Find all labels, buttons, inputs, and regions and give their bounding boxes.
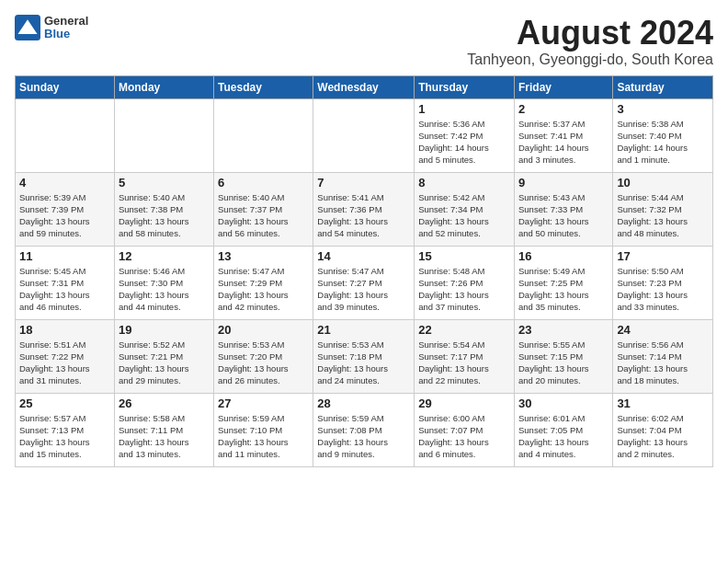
- day-number: 9: [518, 176, 609, 190]
- calendar-cell: 26Sunrise: 5:58 AM Sunset: 7:11 PM Dayli…: [114, 393, 213, 466]
- day-number: 24: [617, 323, 709, 337]
- day-number: 1: [418, 102, 510, 116]
- day-info: Sunrise: 5:38 AM Sunset: 7:40 PM Dayligh…: [617, 118, 709, 167]
- day-number: 19: [119, 323, 210, 337]
- calendar-week-row: 18Sunrise: 5:51 AM Sunset: 7:22 PM Dayli…: [16, 319, 713, 393]
- day-info: Sunrise: 5:50 AM Sunset: 7:23 PM Dayligh…: [617, 265, 709, 314]
- calendar-cell: [16, 98, 115, 172]
- calendar-cell: 20Sunrise: 5:53 AM Sunset: 7:20 PM Dayli…: [214, 319, 313, 393]
- day-number: 6: [218, 176, 309, 190]
- calendar-cell: 17Sunrise: 5:50 AM Sunset: 7:23 PM Dayli…: [613, 246, 713, 319]
- day-number: 11: [19, 249, 110, 263]
- day-number: 4: [19, 176, 110, 190]
- day-info: Sunrise: 5:47 AM Sunset: 7:29 PM Dayligh…: [218, 265, 309, 314]
- calendar-week-row: 4Sunrise: 5:39 AM Sunset: 7:39 PM Daylig…: [16, 172, 713, 246]
- day-number: 8: [418, 176, 510, 190]
- day-info: Sunrise: 5:47 AM Sunset: 7:27 PM Dayligh…: [317, 265, 410, 314]
- day-number: 21: [317, 323, 410, 337]
- title-block: August 2024 Tanhyeon, Gyeonggi-do, South…: [467, 15, 713, 68]
- day-number: 29: [418, 396, 510, 410]
- calendar-cell: 15Sunrise: 5:48 AM Sunset: 7:26 PM Dayli…: [415, 246, 515, 319]
- calendar-cell: 14Sunrise: 5:47 AM Sunset: 7:27 PM Dayli…: [313, 246, 415, 319]
- calendar-cell: 31Sunrise: 6:02 AM Sunset: 7:04 PM Dayli…: [613, 393, 713, 466]
- day-info: Sunrise: 5:43 AM Sunset: 7:33 PM Dayligh…: [518, 191, 609, 240]
- col-header-sunday: Sunday: [16, 75, 115, 98]
- day-info: Sunrise: 5:53 AM Sunset: 7:18 PM Dayligh…: [317, 339, 410, 387]
- col-header-thursday: Thursday: [415, 75, 515, 98]
- day-info: Sunrise: 5:44 AM Sunset: 7:32 PM Dayligh…: [617, 191, 709, 240]
- day-number: 15: [418, 249, 510, 263]
- day-info: Sunrise: 5:52 AM Sunset: 7:21 PM Dayligh…: [119, 339, 210, 387]
- day-number: 12: [119, 249, 210, 263]
- day-number: 2: [518, 102, 609, 116]
- day-number: 26: [119, 396, 210, 410]
- day-number: 10: [617, 176, 709, 190]
- day-info: Sunrise: 5:36 AM Sunset: 7:42 PM Dayligh…: [418, 118, 510, 167]
- day-info: Sunrise: 5:57 AM Sunset: 7:13 PM Dayligh…: [19, 412, 110, 461]
- calendar-cell: 2Sunrise: 5:37 AM Sunset: 7:41 PM Daylig…: [514, 98, 612, 172]
- calendar-cell: 28Sunrise: 5:59 AM Sunset: 7:08 PM Dayli…: [313, 393, 415, 466]
- col-header-tuesday: Tuesday: [214, 75, 313, 98]
- day-number: 20: [218, 323, 309, 337]
- calendar-cell: 3Sunrise: 5:38 AM Sunset: 7:40 PM Daylig…: [613, 98, 713, 172]
- day-info: Sunrise: 5:41 AM Sunset: 7:36 PM Dayligh…: [317, 191, 410, 240]
- day-info: Sunrise: 6:02 AM Sunset: 7:04 PM Dayligh…: [617, 412, 709, 461]
- day-info: Sunrise: 6:00 AM Sunset: 7:07 PM Dayligh…: [418, 412, 510, 461]
- calendar-cell: 30Sunrise: 6:01 AM Sunset: 7:05 PM Dayli…: [514, 393, 612, 466]
- day-number: 5: [119, 176, 210, 190]
- day-info: Sunrise: 5:39 AM Sunset: 7:39 PM Dayligh…: [19, 191, 110, 240]
- day-info: Sunrise: 5:46 AM Sunset: 7:30 PM Dayligh…: [119, 265, 210, 314]
- day-number: 30: [518, 396, 609, 410]
- day-info: Sunrise: 5:37 AM Sunset: 7:41 PM Dayligh…: [518, 118, 609, 167]
- logo-icon: [15, 15, 40, 40]
- day-info: Sunrise: 5:59 AM Sunset: 7:10 PM Dayligh…: [218, 412, 309, 461]
- day-number: 13: [218, 249, 309, 263]
- calendar-cell: [114, 98, 213, 172]
- calendar-cell: 23Sunrise: 5:55 AM Sunset: 7:15 PM Dayli…: [514, 319, 612, 393]
- calendar-cell: 5Sunrise: 5:40 AM Sunset: 7:38 PM Daylig…: [114, 172, 213, 246]
- calendar-cell: 10Sunrise: 5:44 AM Sunset: 7:32 PM Dayli…: [613, 172, 713, 246]
- day-number: 28: [317, 396, 410, 410]
- day-info: Sunrise: 5:49 AM Sunset: 7:25 PM Dayligh…: [518, 265, 609, 314]
- day-info: Sunrise: 5:40 AM Sunset: 7:38 PM Dayligh…: [119, 191, 210, 240]
- day-info: Sunrise: 5:55 AM Sunset: 7:15 PM Dayligh…: [518, 339, 609, 387]
- calendar-cell: 29Sunrise: 6:00 AM Sunset: 7:07 PM Dayli…: [415, 393, 515, 466]
- day-info: Sunrise: 5:58 AM Sunset: 7:11 PM Dayligh…: [119, 412, 210, 461]
- day-number: 22: [418, 323, 510, 337]
- day-info: Sunrise: 5:48 AM Sunset: 7:26 PM Dayligh…: [418, 265, 510, 314]
- location: Tanhyeon, Gyeonggi-do, South Korea: [467, 52, 713, 68]
- day-number: 16: [518, 249, 609, 263]
- calendar-cell: 8Sunrise: 5:42 AM Sunset: 7:34 PM Daylig…: [415, 172, 515, 246]
- calendar-cell: 18Sunrise: 5:51 AM Sunset: 7:22 PM Dayli…: [16, 319, 115, 393]
- day-number: 23: [518, 323, 609, 337]
- day-number: 3: [617, 102, 709, 116]
- day-info: Sunrise: 5:59 AM Sunset: 7:08 PM Dayligh…: [317, 412, 410, 461]
- col-header-friday: Friday: [514, 75, 612, 98]
- logo-general: General: [44, 15, 88, 28]
- month-year: August 2024: [467, 15, 713, 52]
- calendar-week-row: 1Sunrise: 5:36 AM Sunset: 7:42 PM Daylig…: [16, 98, 713, 172]
- calendar-cell: 6Sunrise: 5:40 AM Sunset: 7:37 PM Daylig…: [214, 172, 313, 246]
- calendar-cell: 9Sunrise: 5:43 AM Sunset: 7:33 PM Daylig…: [514, 172, 612, 246]
- col-header-saturday: Saturday: [613, 75, 713, 98]
- day-number: 18: [19, 323, 110, 337]
- page-header: General Blue August 2024 Tanhyeon, Gyeon…: [15, 15, 713, 68]
- calendar-cell: 19Sunrise: 5:52 AM Sunset: 7:21 PM Dayli…: [114, 319, 213, 393]
- calendar-cell: 12Sunrise: 5:46 AM Sunset: 7:30 PM Dayli…: [114, 246, 213, 319]
- calendar-cell: 27Sunrise: 5:59 AM Sunset: 7:10 PM Dayli…: [214, 393, 313, 466]
- calendar-cell: 16Sunrise: 5:49 AM Sunset: 7:25 PM Dayli…: [514, 246, 612, 319]
- logo: General Blue: [15, 15, 88, 41]
- day-number: 17: [617, 249, 709, 263]
- calendar-cell: [313, 98, 415, 172]
- day-number: 27: [218, 396, 309, 410]
- calendar-cell: 22Sunrise: 5:54 AM Sunset: 7:17 PM Dayli…: [415, 319, 515, 393]
- calendar-cell: 1Sunrise: 5:36 AM Sunset: 7:42 PM Daylig…: [415, 98, 515, 172]
- day-info: Sunrise: 5:54 AM Sunset: 7:17 PM Dayligh…: [418, 339, 510, 387]
- calendar-cell: 7Sunrise: 5:41 AM Sunset: 7:36 PM Daylig…: [313, 172, 415, 246]
- calendar-cell: 25Sunrise: 5:57 AM Sunset: 7:13 PM Dayli…: [16, 393, 115, 466]
- day-info: Sunrise: 5:56 AM Sunset: 7:14 PM Dayligh…: [617, 339, 709, 387]
- day-info: Sunrise: 5:40 AM Sunset: 7:37 PM Dayligh…: [218, 191, 309, 240]
- day-number: 31: [617, 396, 709, 410]
- col-header-monday: Monday: [114, 75, 213, 98]
- logo-text: General Blue: [44, 15, 88, 41]
